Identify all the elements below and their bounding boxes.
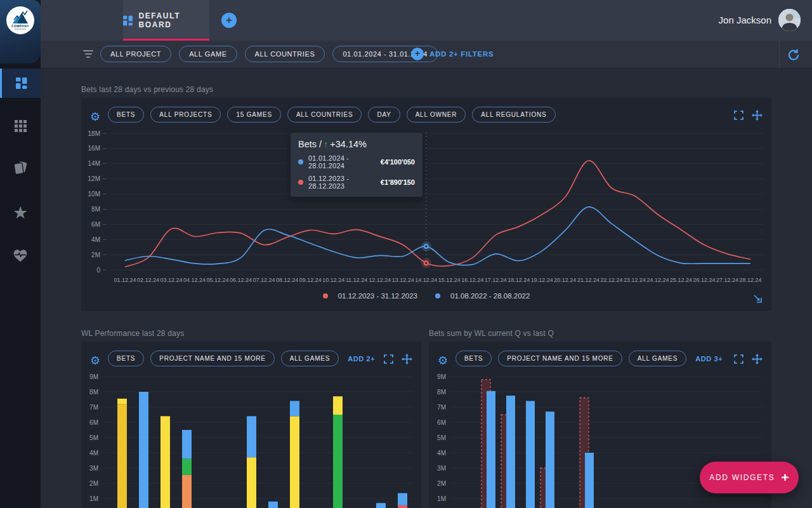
x-tick-label: 19.12.24 xyxy=(531,277,553,283)
bar-segment-yellow[interactable] xyxy=(333,396,343,415)
move-icon[interactable] xyxy=(402,354,412,364)
stacked-bar-chart[interactable]: 1M2M3M4M5M6M7M8M9M xyxy=(81,342,421,508)
y-tick-label: 5M xyxy=(89,434,98,441)
bar-segment-blue[interactable] xyxy=(290,401,299,416)
avatar-image xyxy=(778,9,801,31)
bar-current-quarter[interactable] xyxy=(546,411,554,508)
resize-handle-icon[interactable] xyxy=(752,293,763,304)
sidebar-item-dashboard[interactable] xyxy=(0,69,41,98)
bar-segment-blue[interactable] xyxy=(398,493,407,505)
widget-settings-icon[interactable]: ⚙ xyxy=(90,109,100,124)
widget-settings-icon[interactable]: ⚙ xyxy=(90,353,100,368)
y-tick-label: 4M xyxy=(89,450,98,457)
line-chart[interactable]: 02M4M6M8M10M12M14M16M18M01.12.2402.12.24… xyxy=(81,98,771,311)
add-filters-label: ADD 2+ FILTERS xyxy=(429,50,494,58)
add-widgets-button[interactable]: ADD WIDGETS + xyxy=(700,462,799,493)
filter-all-game[interactable]: ALL GAME xyxy=(179,46,237,62)
bar-segment-blue[interactable] xyxy=(139,392,148,508)
bar-segment-yellow[interactable] xyxy=(247,457,256,508)
company-logo-image: COMPANY xyxy=(6,6,34,34)
series-line-previous[interactable] xyxy=(125,161,750,267)
filter-icon[interactable] xyxy=(82,50,94,59)
y-tick-label: 2M xyxy=(89,480,98,487)
blue-dot-icon xyxy=(435,293,440,298)
plus-icon: + xyxy=(782,471,789,484)
bar-current-quarter[interactable] xyxy=(585,453,594,508)
widget-bets-line: 02M4M6M8M10M12M14M16M18M01.12.2402.12.24… xyxy=(81,98,771,311)
bar-segment-blue[interactable] xyxy=(268,502,278,508)
bar-segment-blue[interactable] xyxy=(247,416,256,457)
chip-day[interactable]: DAY xyxy=(368,107,400,123)
x-tick-label: 05.12.24 xyxy=(207,277,229,283)
refresh-icon xyxy=(787,48,801,62)
tab-default-board[interactable]: DEFAULT BOARD xyxy=(123,0,209,41)
logo-text: COMPANY xyxy=(11,24,29,28)
bar-segment-green[interactable] xyxy=(333,415,343,508)
user-avatar[interactable] xyxy=(778,9,801,31)
bar-segment-orange[interactable] xyxy=(182,475,192,508)
bar-segment-red[interactable] xyxy=(398,505,407,508)
bar-segment-yellow[interactable] xyxy=(160,416,170,508)
series-line-current[interactable] xyxy=(125,207,750,265)
chip-all-projects[interactable]: ALL PROJECTS xyxy=(150,107,221,123)
add-filters-button[interactable]: + ADD 2+ FILTERS xyxy=(411,48,494,60)
legend-previous-period[interactable]: 01.12.2023 - 31.12.2023 xyxy=(323,292,417,300)
bar-segment-amber[interactable] xyxy=(117,404,127,508)
bar-current-quarter[interactable] xyxy=(526,401,535,508)
expand-icon[interactable] xyxy=(384,354,393,364)
add-board-button[interactable]: + xyxy=(221,13,237,28)
refresh-button[interactable] xyxy=(787,48,801,62)
filter-all-project[interactable]: ALL PROJECT xyxy=(100,46,171,62)
move-icon[interactable] xyxy=(752,354,763,364)
chip-bets[interactable]: BETS xyxy=(455,351,492,366)
x-tick-label: 24.12.24 xyxy=(646,277,669,283)
bar-segment-blue[interactable] xyxy=(182,430,192,459)
sidebar-item-widgets-grid[interactable] xyxy=(0,111,41,140)
y-tick-label: 6M xyxy=(91,221,100,228)
bar-current-quarter[interactable] xyxy=(506,396,515,508)
bar-segment-yellow[interactable] xyxy=(290,416,299,508)
sidebar: ★ COMPANY xyxy=(0,0,41,508)
bar-segment-green[interactable] xyxy=(182,459,192,475)
bar-segment-yellow[interactable] xyxy=(117,399,127,404)
sidebar-item-cards[interactable] xyxy=(0,154,41,183)
dashboard-icon xyxy=(123,15,133,26)
x-tick-label: 25.12.24 xyxy=(670,277,692,283)
chip-all-games[interactable]: ALL GAMES xyxy=(281,351,339,366)
add-more-chips-link[interactable]: ADD 3+ xyxy=(695,355,723,363)
chip-all-countries[interactable]: ALL COUNTRIES xyxy=(287,107,362,123)
chip-all-games[interactable]: ALL GAMES xyxy=(629,351,687,366)
y-tick-label: 4M xyxy=(91,236,100,243)
widget-settings-icon[interactable]: ⚙ xyxy=(438,353,448,368)
filter-all-countries[interactable]: ALL COUNTRIES xyxy=(245,46,325,62)
chip-all-regulations[interactable]: ALL REGULATIONS xyxy=(472,107,555,123)
legend-current-period[interactable]: 01.08.2022 - 28.08.2022 xyxy=(435,292,530,300)
chip-all-owner[interactable]: ALL OWNER xyxy=(407,107,466,123)
x-tick-label: 04.12.24 xyxy=(183,277,206,283)
move-icon[interactable] xyxy=(752,110,763,121)
widget-chips: BETS ALL PROJECTS 15 GAMES ALL COUNTRIES… xyxy=(108,107,556,123)
chip-bets[interactable]: BETS xyxy=(108,351,144,366)
x-tick-label: 03.12.24 xyxy=(160,277,183,283)
plus-icon: + xyxy=(411,48,424,60)
chip-bets[interactable]: BETS xyxy=(108,107,144,123)
user-name[interactable]: Jon Jackson xyxy=(719,0,771,41)
y-tick-label: 1M xyxy=(89,495,98,502)
company-logo[interactable]: COMPANY xyxy=(6,6,34,34)
sidebar-item-health[interactable] xyxy=(0,241,41,270)
chart-legend: 01.12.2023 - 31.12.2023 01.08.2022 - 28.… xyxy=(81,292,771,300)
chip-15-games[interactable]: 15 GAMES xyxy=(227,107,280,123)
chip-project-name[interactable]: PROJECT NAME AND 15 MORE xyxy=(150,351,274,366)
x-tick-label: 11.12.24 xyxy=(346,277,367,283)
expand-icon[interactable] xyxy=(734,354,743,364)
add-more-chips-link[interactable]: ADD 2+ xyxy=(348,355,375,363)
bar-current-quarter[interactable] xyxy=(487,391,495,508)
sidebar-item-favorites[interactable]: ★ xyxy=(0,197,41,227)
tooltip-title: Bets /↑+34.14% xyxy=(298,139,415,149)
top-bar: DEFAULT BOARD + Jon Jackson xyxy=(41,0,812,41)
expand-icon[interactable] xyxy=(734,110,743,120)
x-tick-label: 10.12.24 xyxy=(322,277,344,283)
bar-segment-blue[interactable] xyxy=(376,503,386,508)
widget-chips: BETS PROJECT NAME AND 15 MORE ALL GAMES … xyxy=(455,351,723,366)
chip-project-name[interactable]: PROJECT NAME AND 15 MORE xyxy=(498,351,622,366)
